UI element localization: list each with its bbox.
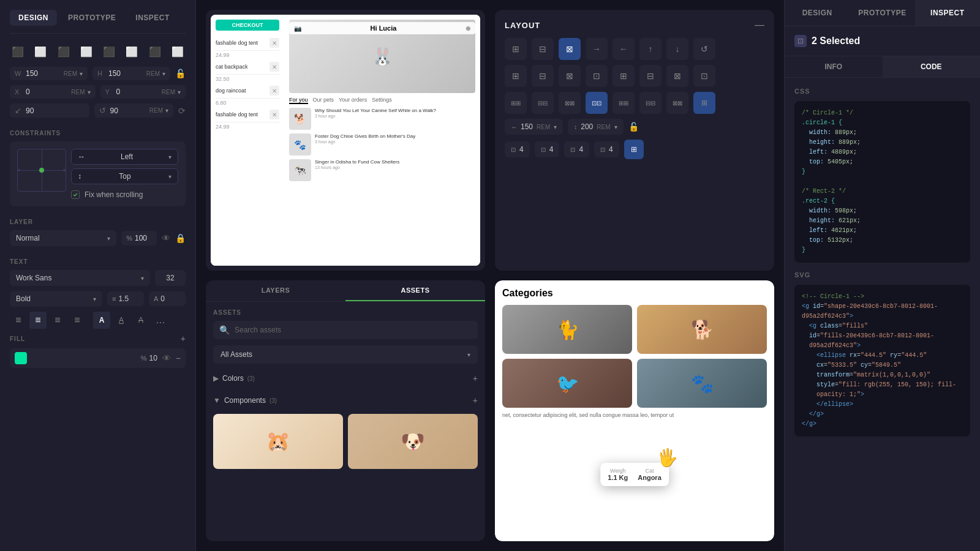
- search-bar[interactable]: 🔍 Search assets: [213, 321, 478, 339]
- asset-thumb-hamster[interactable]: 🐹: [213, 414, 343, 469]
- right-tab-design[interactable]: DESIGN: [785, 0, 850, 26]
- align-middle-btn[interactable]: ⬛: [101, 43, 117, 59]
- text-more-btn[interactable]: …: [152, 312, 169, 329]
- h-constraint-select[interactable]: ↔ Left ▾: [71, 149, 178, 165]
- layer-lock[interactable]: 🔒: [175, 233, 186, 243]
- padding-lock-btn[interactable]: ⊞: [624, 140, 644, 159]
- components-header[interactable]: ▼ Components (3) +: [213, 392, 478, 409]
- tab-foryou[interactable]: For you: [289, 97, 308, 104]
- text-case-btn[interactable]: A: [113, 312, 130, 329]
- layers-tab[interactable]: LAYERS: [206, 280, 345, 301]
- layout-align-7[interactable]: ⊠⊠: [666, 92, 688, 114]
- layout-btn-6[interactable]: ↑: [639, 38, 662, 60]
- layout-btn-4[interactable]: →: [586, 38, 608, 60]
- layout-h-input[interactable]: ↕ 200 REM ▾: [568, 119, 623, 135]
- dog-category-thumb[interactable]: 🐕: [637, 305, 767, 354]
- x-input[interactable]: X 0 REM ▾: [10, 85, 96, 99]
- fill-visibility[interactable]: 👁: [162, 353, 171, 363]
- padding-left-input[interactable]: ⊡ 4: [505, 141, 530, 157]
- cat-category-thumb[interactable]: 🐈: [502, 305, 632, 354]
- layout-align-6[interactable]: ⊟⊟: [639, 92, 662, 114]
- layout-grid-btn-3[interactable]: ⊠: [559, 65, 581, 87]
- distribute-h-btn[interactable]: ⬛: [147, 43, 163, 59]
- distribute-v-btn[interactable]: ⬜: [170, 43, 186, 59]
- fix-scroll-checkbox[interactable]: [71, 190, 80, 199]
- info-tab[interactable]: INFO: [785, 56, 883, 77]
- layout-align-1[interactable]: ⊞⊞: [505, 92, 527, 114]
- rotation-input[interactable]: ↙ 90: [10, 103, 89, 118]
- layout-copy-btn[interactable]: ⊞: [693, 92, 715, 114]
- align-top-btn[interactable]: ⬜: [78, 43, 94, 59]
- add-component-btn[interactable]: +: [473, 395, 478, 405]
- layout-w-input[interactable]: ↔ 150 REM ▾: [505, 119, 563, 135]
- colors-header[interactable]: ▶ Colors (3) +: [213, 370, 478, 387]
- right-tab-prototype[interactable]: PROTOTYPE: [850, 0, 914, 26]
- layout-align-4-active[interactable]: ⊡⊡: [586, 92, 608, 114]
- layout-btn-3-active[interactable]: ⊠: [559, 38, 581, 60]
- layout-grid-btn-8[interactable]: ⊡: [693, 65, 715, 87]
- delete-1[interactable]: ✕: [270, 38, 279, 48]
- font-family-select[interactable]: Work Sans ▾: [10, 270, 150, 286]
- layout-grid-btn-6[interactable]: ⊟: [639, 65, 662, 87]
- blend-mode-select[interactable]: Normal ▾: [10, 230, 116, 246]
- right-tab-inspect[interactable]: INSPECT: [915, 0, 980, 26]
- assets-tab-btn[interactable]: ASSETS: [345, 280, 485, 301]
- checkout-button[interactable]: CHECKOUT: [216, 20, 279, 31]
- layout-grid-btn-7[interactable]: ⊠: [666, 65, 688, 87]
- tab-orders[interactable]: Your orders: [339, 97, 367, 104]
- font-size-input[interactable]: 32: [155, 270, 186, 286]
- fill-color-swatch[interactable]: [15, 352, 27, 364]
- align-center-h-btn[interactable]: ⬜: [32, 43, 48, 59]
- layout-grid-btn-5[interactable]: ⊞: [612, 65, 635, 87]
- all-assets-dropdown[interactable]: All Assets ▾: [213, 345, 478, 364]
- text-align-center[interactable]: ≡: [29, 312, 47, 329]
- text-align-justify[interactable]: ≡: [69, 312, 86, 329]
- tab-prototype[interactable]: PROTOTYPE: [59, 10, 124, 26]
- layout-lock[interactable]: 🔓: [628, 122, 639, 132]
- height-input[interactable]: H 150 REM ▾: [92, 67, 170, 80]
- corner-radius-input[interactable]: ↺ 90 REM ▾: [94, 103, 174, 118]
- delete-4[interactable]: ✕: [270, 110, 279, 119]
- layout-btn-1[interactable]: ⊞: [505, 38, 527, 60]
- delete-2[interactable]: ✕: [270, 62, 279, 72]
- align-right-btn[interactable]: ⬛: [56, 43, 72, 59]
- add-color-btn[interactable]: +: [473, 373, 478, 383]
- layout-align-3[interactable]: ⊠⊠: [559, 92, 581, 114]
- text-decoration-btn[interactable]: A: [93, 312, 110, 329]
- tab-inspect-left[interactable]: INSPECT: [127, 10, 178, 26]
- layout-grid-btn-2[interactable]: ⊟: [532, 65, 554, 87]
- v-constraint-select[interactable]: ↕ Top ▾: [71, 168, 178, 184]
- width-input[interactable]: W 150 REM ▾: [10, 67, 88, 80]
- padding-top-input[interactable]: ⊡ 4: [564, 141, 589, 157]
- visibility-toggle[interactable]: 👁: [162, 233, 170, 243]
- padding-right-input[interactable]: ⊡ 4: [535, 141, 560, 157]
- layout-align-5[interactable]: ⊞⊞: [612, 92, 635, 114]
- layout-grid-btn-1[interactable]: ⊞: [505, 65, 527, 87]
- layout-grid-btn-4[interactable]: ⊡: [586, 65, 608, 87]
- y-input[interactable]: Y 0 REM ▾: [100, 85, 186, 99]
- add-fill-btn[interactable]: +: [181, 334, 186, 343]
- tab-design[interactable]: DESIGN: [10, 10, 57, 26]
- mixed-category-thumb[interactable]: 🐾: [637, 359, 767, 408]
- asset-thumb-dog[interactable]: 🐶: [348, 414, 478, 469]
- padding-bottom-input[interactable]: ⊡ 4: [594, 141, 619, 157]
- text-strike-btn[interactable]: A: [132, 312, 149, 329]
- align-bottom-btn[interactable]: ⬜: [124, 43, 140, 59]
- layout-btn-7[interactable]: ↓: [666, 38, 688, 60]
- layout-minus-btn[interactable]: —: [755, 20, 764, 31]
- layout-btn-8[interactable]: ↺: [693, 38, 715, 60]
- wh-lock[interactable]: 🔓: [175, 69, 186, 78]
- bird-category-thumb[interactable]: 🐦: [502, 359, 632, 408]
- layout-align-2[interactable]: ⊟⊟: [532, 92, 554, 114]
- font-style-select[interactable]: Bold ▾: [10, 291, 102, 307]
- layout-btn-5[interactable]: ←: [612, 38, 635, 60]
- layout-btn-2[interactable]: ⊟: [532, 38, 554, 60]
- tab-settings[interactable]: Settings: [372, 97, 392, 104]
- align-left-btn[interactable]: ⬛: [10, 43, 26, 59]
- remove-fill-btn[interactable]: −: [176, 353, 181, 363]
- tab-ourpets[interactable]: Our pets: [313, 97, 334, 104]
- code-tab[interactable]: CODE: [883, 56, 981, 77]
- corner-lock[interactable]: ⟳: [178, 106, 186, 116]
- delete-3[interactable]: ✕: [270, 86, 279, 96]
- text-align-left[interactable]: ≡: [10, 312, 27, 329]
